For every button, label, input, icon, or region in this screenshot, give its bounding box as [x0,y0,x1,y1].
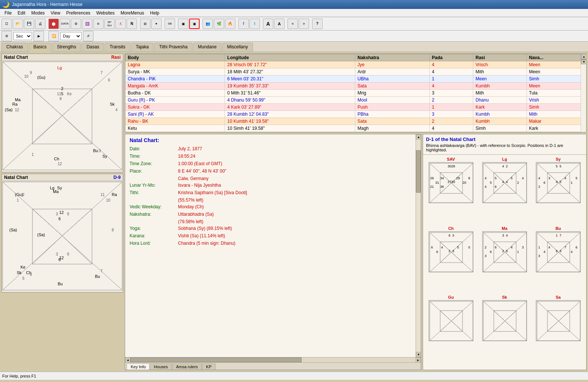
tab-dasas[interactable]: Dasas [82,43,104,52]
svg-text:6: 6 [58,216,61,221]
svg-text:5: 5 [559,180,561,184]
tab-transits[interactable]: Transits [105,43,130,52]
menu-modes[interactable]: Modes [28,10,48,16]
bav-chart-label: Gu [448,295,454,299]
info-value: Isvara - Nija Jyeshtha [178,183,411,188]
menu-view[interactable]: View [48,10,63,16]
fb-btn[interactable]: f [238,19,249,29]
calc-btn[interactable]: ⚙ [1,31,12,41]
scroll-thumb [581,59,586,60]
info-htrack[interactable] [130,357,416,362]
scroll-up-btn[interactable]: ▲ [581,54,587,59]
info-hscrollbar[interactable]: ◄ ► [125,357,421,362]
table-row: Mangala - AmK19 Kumbh 35' 37.33"Sata4Kum… [125,83,581,90]
sp-btn[interactable]: SPKH [104,19,115,29]
svg-text:2: 2 [517,181,519,184]
svg-line-215 [494,321,505,331]
svg-line-80 [451,183,463,193]
svg-text:Lg: Lg [50,186,54,190]
planets-data-table: Body Longitude Nakshatra Pada Rasi Nava.… [125,54,581,132]
font-a-big[interactable]: A [263,19,273,29]
info-value: Vishti (Sa) (11.14% left) [178,233,411,238]
svg-text:4: 4 [506,234,508,237]
menu-websites[interactable]: Websites [93,10,118,16]
plant-btn[interactable]: 🌿 [214,19,224,29]
sb-btn[interactable]: SB [165,19,175,29]
grid-btn[interactable]: ⊞ [140,19,150,29]
chart4-btn[interactable]: ✡ [93,19,104,29]
info-row: Hora Lord:Chandra (5 min sign: Dhanu) [130,241,411,246]
people-btn[interactable]: 👥 [203,19,213,29]
fire-btn[interactable]: 🔥 [225,19,235,29]
chart3-btn[interactable]: 🔯 [82,19,92,29]
svg-text:4: 4 [570,250,572,254]
next-btn[interactable]: » [299,19,309,29]
star-btn[interactable]: ✦ [151,19,162,29]
svg-text:(Gu): (Gu) [37,75,45,80]
tab-mundane[interactable]: Mundane [193,43,222,52]
info-scroll-track[interactable] [416,139,421,352]
new-btn[interactable]: 🗋 [1,19,12,29]
tab-key-info[interactable]: Key Info [127,363,150,370]
bav-chart-svg: 17147646343 [536,231,581,272]
svg-text:36: 36 [440,185,444,189]
menu-file[interactable]: File [1,10,15,16]
menu-preferences[interactable]: Preferences [63,10,93,16]
tab-miscellany[interactable]: Miscellany [222,43,253,52]
open-btn[interactable]: 📂 [13,19,23,29]
svg-text:5: 5 [61,92,63,96]
k-btn[interactable]: 𝓚 [115,19,126,29]
time-unit-select[interactable]: Sec Min Hour [13,32,32,40]
tab-strengths[interactable]: Strengths [52,43,81,52]
bav-chart-label: Lg [502,157,507,161]
help-btn[interactable]: ? [312,19,322,29]
n-btn[interactable]: N [127,19,137,29]
tab-houses[interactable]: Houses [150,363,172,370]
tab-basics[interactable]: Basics [29,43,51,52]
key-info-content: Natal Chart: Date:July 2, 1877Time:18:55… [125,134,416,357]
box1-btn[interactable]: ▣ [178,19,188,29]
key-info-title: Natal Chart: [130,137,411,143]
menu-moremenus[interactable]: MoreMenus [118,10,147,16]
period-select[interactable]: Day Month Year [60,32,82,40]
save-btn[interactable]: 💾 [24,19,34,29]
data-btn[interactable]: DATA [60,19,70,29]
table-scrollbar[interactable]: ▲ ▼ [581,54,586,64]
calc-btn2[interactable]: 🔁 [48,31,59,41]
chart1-btn[interactable]: ⬤ [48,19,59,29]
info-scroll-down[interactable]: ▼ [416,352,421,357]
svg-line-7 [62,89,92,116]
info-scroll-left[interactable]: ◄ [125,357,130,363]
svg-text:3: 3 [538,254,540,258]
svg-text:Ke: Ke [67,92,72,96]
refresh-btn[interactable]: ↺ [83,31,93,41]
print-btn[interactable]: 🖨 [35,19,45,29]
svg-text:4: 4 [506,180,508,184]
menu-edit[interactable]: Edit [15,10,28,16]
tab-amsa-rulers[interactable]: Amsa rulers [172,363,202,370]
info-label: Nakshatra: [130,212,178,217]
tab-tajaka[interactable]: Tajaka [131,43,154,52]
info-value: 8 E 44' 00", 48 N 43' 00" [178,168,411,174]
info-scroll-right[interactable]: ► [416,357,421,363]
info-scrollbar[interactable]: ▲ ▼ [416,134,421,357]
time-fwd[interactable]: ▶ [34,31,44,41]
bottom-area: Natal Chart: Date:July 2, 1877Time:18:55… [125,132,588,372]
col-nakshatra: Nakshatra [355,54,429,61]
chart2-btn[interactable]: ⚙ [71,19,81,29]
scroll-down-btn[interactable]: ▼ [581,59,587,64]
twitter-btn[interactable]: t [249,19,260,29]
info-scroll-up[interactable]: ▲ [416,134,421,139]
tab-kp[interactable]: KP [202,363,216,370]
menu-help[interactable]: Help [147,10,162,16]
prev-btn[interactable]: « [287,19,298,29]
tab-tithi[interactable]: Tithi Pravesha [154,43,192,52]
font-a-small[interactable]: A [274,19,285,29]
svg-text:1: 1 [556,234,557,237]
tab-chakras[interactable]: Chakras [1,43,28,52]
svg-text:Bu: Bu [95,274,100,279]
svg-text:26: 26 [430,176,434,180]
bav-chart-label: Sy [556,157,560,161]
bav-header: D-1 of the Natal Chart Bhinna ashtakavar… [423,134,586,155]
box2-btn[interactable]: ▣ [189,19,200,29]
